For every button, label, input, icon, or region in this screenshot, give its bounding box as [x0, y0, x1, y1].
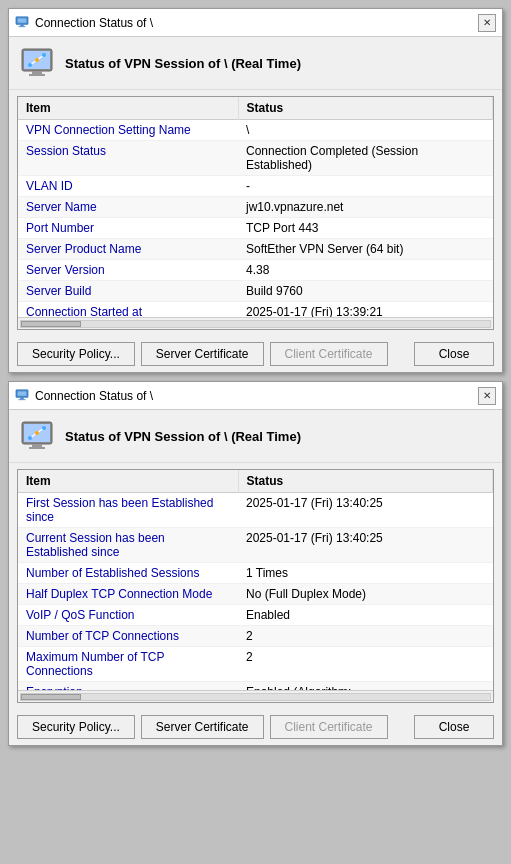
- table-row: Half Duplex TCP Connection ModeNo (Full …: [18, 584, 493, 605]
- computer-icon2: [19, 418, 55, 454]
- table-row: Number of TCP Connections2: [18, 626, 493, 647]
- item-cell: VPN Connection Setting Name: [18, 120, 238, 141]
- titlebar1-left: Connection Status of \: [15, 14, 153, 31]
- titlebar1: Connection Status of \ ✕: [9, 9, 502, 37]
- svg-rect-2: [20, 25, 24, 27]
- svg-point-9: [42, 53, 46, 57]
- header1-text: Status of VPN Session of \ (Real Time): [65, 56, 301, 71]
- scrollbar1-track: [20, 320, 491, 328]
- col-status2: Status: [238, 470, 493, 493]
- table-container2[interactable]: Item Status First Session has been Estab…: [18, 470, 493, 690]
- titlebar2-title: Connection Status of \: [35, 389, 153, 403]
- svg-point-24: [28, 436, 32, 440]
- status-cell: Enabled (Algorithm: TLS_AES_256_GCM_SHA3…: [238, 682, 493, 691]
- svg-rect-19: [32, 444, 42, 447]
- security-policy-btn2[interactable]: Security Policy...: [17, 715, 135, 739]
- table-row: EncryptionEnabled (Algorithm: TLS_AES_25…: [18, 682, 493, 691]
- item-cell: Session Status: [18, 141, 238, 176]
- svg-rect-16: [19, 399, 26, 400]
- connection-icon2: [15, 387, 29, 404]
- status-cell: -: [238, 176, 493, 197]
- status-cell: 2: [238, 647, 493, 682]
- window2: Connection Status of \ ✕ Status of VPN S…: [8, 381, 503, 746]
- client-cert-btn1[interactable]: Client Certificate: [270, 342, 388, 366]
- scrollbar2-x[interactable]: [18, 690, 493, 702]
- svg-rect-1: [18, 18, 27, 22]
- security-policy-btn1[interactable]: Security Policy...: [17, 342, 135, 366]
- item-cell: Server Build: [18, 281, 238, 302]
- item-cell: Number of Established Sessions: [18, 563, 238, 584]
- status-table1: Item Status VPN Connection Setting Name\…: [18, 97, 493, 317]
- server-cert-btn2[interactable]: Server Certificate: [141, 715, 264, 739]
- item-cell: Connection Started at: [18, 302, 238, 318]
- status-cell: 2025-01-17 (Fri) 13:39:21: [238, 302, 493, 318]
- window1: Connection Status of \ ✕ Status of VPN S…: [8, 8, 503, 373]
- titlebar1-title: Connection Status of \: [35, 16, 153, 30]
- table-row: VoIP / QoS FunctionEnabled: [18, 605, 493, 626]
- svg-rect-14: [18, 391, 27, 395]
- status-cell: Build 9760: [238, 281, 493, 302]
- svg-point-22: [42, 426, 46, 430]
- item-cell: Maximum Number of TCP Connections: [18, 647, 238, 682]
- close-btn1[interactable]: Close: [414, 342, 494, 366]
- table-row: Number of Established Sessions1 Times: [18, 563, 493, 584]
- client-cert-btn2[interactable]: Client Certificate: [270, 715, 388, 739]
- col-status1: Status: [238, 97, 493, 120]
- col-item2: Item: [18, 470, 238, 493]
- table-row: Server BuildBuild 9760: [18, 281, 493, 302]
- status-cell: 4.38: [238, 260, 493, 281]
- item-cell: Number of TCP Connections: [18, 626, 238, 647]
- titlebar2: Connection Status of \ ✕: [9, 382, 502, 410]
- connection-icon: [15, 14, 29, 31]
- item-cell: VoIP / QoS Function: [18, 605, 238, 626]
- item-cell: Server Product Name: [18, 239, 238, 260]
- scrollbar2-thumb: [21, 694, 81, 700]
- close-button2[interactable]: ✕: [478, 387, 496, 405]
- status-cell: 2: [238, 626, 493, 647]
- status-cell: 1 Times: [238, 563, 493, 584]
- item-cell: Half Duplex TCP Connection Mode: [18, 584, 238, 605]
- svg-rect-6: [32, 71, 42, 74]
- status-cell: 2025-01-17 (Fri) 13:40:25: [238, 528, 493, 563]
- close-button1[interactable]: ✕: [478, 14, 496, 32]
- svg-point-11: [28, 63, 32, 67]
- content2: Item Status First Session has been Estab…: [17, 469, 494, 703]
- scrollbar1-x[interactable]: [18, 317, 493, 329]
- status-cell: Enabled: [238, 605, 493, 626]
- server-cert-btn1[interactable]: Server Certificate: [141, 342, 264, 366]
- svg-point-25: [35, 431, 39, 435]
- table-row: Connection Started at2025-01-17 (Fri) 13…: [18, 302, 493, 318]
- table-row: VLAN ID-: [18, 176, 493, 197]
- status-cell: 2025-01-17 (Fri) 13:40:25: [238, 493, 493, 528]
- status-cell: jw10.vpnazure.net: [238, 197, 493, 218]
- status-cell: \: [238, 120, 493, 141]
- status-cell: SoftEther VPN Server (64 bit): [238, 239, 493, 260]
- svg-point-12: [35, 58, 39, 62]
- item-cell: Server Name: [18, 197, 238, 218]
- table-row: First Session has been Established since…: [18, 493, 493, 528]
- svg-rect-20: [29, 447, 45, 449]
- close-btn2[interactable]: Close: [414, 715, 494, 739]
- footer-buttons2: Security Policy... Server Certificate Cl…: [9, 709, 502, 745]
- footer-buttons1: Security Policy... Server Certificate Cl…: [9, 336, 502, 372]
- header1: Status of VPN Session of \ (Real Time): [9, 37, 502, 90]
- header2-text: Status of VPN Session of \ (Real Time): [65, 429, 301, 444]
- table-row: Session StatusConnection Completed (Sess…: [18, 141, 493, 176]
- content1: Item Status VPN Connection Setting Name\…: [17, 96, 494, 330]
- col-item1: Item: [18, 97, 238, 120]
- item-cell: Encryption: [18, 682, 238, 691]
- table-row: Server Namejw10.vpnazure.net: [18, 197, 493, 218]
- status-cell: TCP Port 443: [238, 218, 493, 239]
- scrollbar2-track: [20, 693, 491, 701]
- titlebar2-left: Connection Status of \: [15, 387, 153, 404]
- svg-rect-7: [29, 74, 45, 76]
- status-cell: Connection Completed (Session Establishe…: [238, 141, 493, 176]
- table-row: Server Version4.38: [18, 260, 493, 281]
- table-row: VPN Connection Setting Name\: [18, 120, 493, 141]
- table-row: Current Session has been Established sin…: [18, 528, 493, 563]
- item-cell: VLAN ID: [18, 176, 238, 197]
- table-container1[interactable]: Item Status VPN Connection Setting Name\…: [18, 97, 493, 317]
- status-table2: Item Status First Session has been Estab…: [18, 470, 493, 690]
- item-cell: Server Version: [18, 260, 238, 281]
- table-row: Maximum Number of TCP Connections2: [18, 647, 493, 682]
